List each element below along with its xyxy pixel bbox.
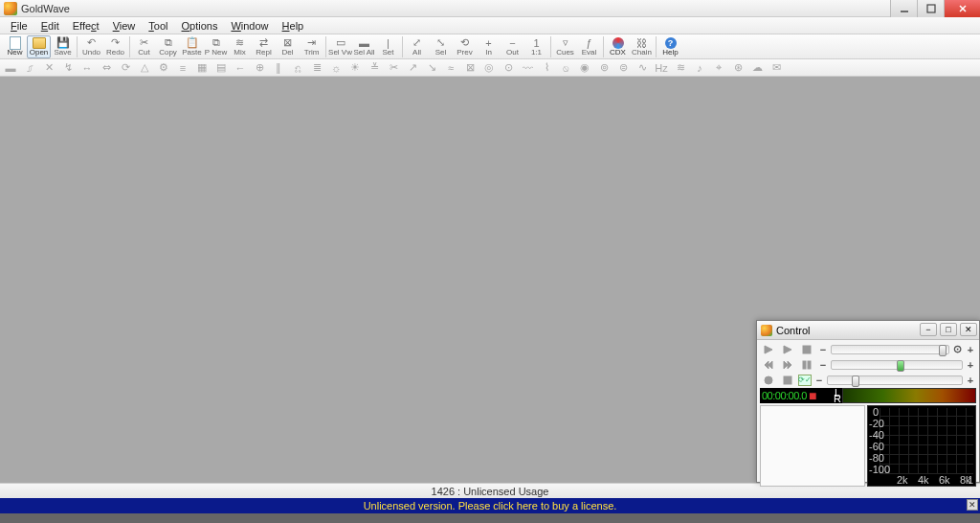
fx-pitch-icon[interactable]: ▤	[214, 61, 228, 75]
fx-shape-icon[interactable]: ◎	[482, 61, 496, 75]
record-stop-button[interactable]	[779, 374, 796, 387]
speed-slider[interactable]	[827, 375, 963, 385]
undo-button[interactable]: ↶Undo	[79, 35, 103, 58]
pnew-button[interactable]: ⧉P New	[204, 35, 228, 58]
close-button[interactable]	[944, 0, 980, 17]
fx-reverse-icon[interactable]: ‖	[272, 61, 285, 75]
paste-button[interactable]: 📋Paste	[180, 35, 204, 58]
selvw-button[interactable]: ▭Sel Vw	[328, 35, 352, 58]
set-button[interactable]: |Set	[376, 35, 400, 58]
fx-equalizer-icon[interactable]: 〰	[521, 61, 534, 75]
prev-button[interactable]: ⟲Prev	[453, 35, 477, 58]
fx-mechanize-icon[interactable]: ⚙	[157, 61, 170, 75]
del-button[interactable]: ⊠Del	[276, 35, 300, 58]
fx-fade-in-icon[interactable]: ↗	[406, 61, 419, 75]
fx-stereo-center-icon[interactable]: ⊛	[731, 61, 745, 75]
fx-maximize-icon[interactable]: ⊠	[463, 61, 477, 75]
loop-indicator[interactable]: ⟳✓	[798, 375, 812, 386]
cdx-button[interactable]: CDX	[606, 35, 630, 58]
pause-button[interactable]	[798, 358, 815, 372]
fx-mail-icon[interactable]: ✉	[769, 61, 783, 75]
fx-spectrum-icon[interactable]: Hz	[655, 61, 668, 75]
chain-button[interactable]: ⛓Chain	[630, 35, 654, 58]
fx-noise-icon[interactable]: ⍉	[559, 61, 572, 75]
fx-playback-icon[interactable]: ♪	[693, 61, 706, 75]
control-title-bar[interactable]: Control − □ ✕	[757, 321, 979, 340]
out-button[interactable]: −Out	[501, 35, 524, 58]
oscilloscope[interactable]	[760, 405, 865, 487]
sel-button[interactable]: ⤡Sel	[429, 35, 453, 58]
fx-smoother-icon[interactable]: ∿	[635, 61, 649, 75]
play-green-button[interactable]	[760, 343, 777, 356]
menu-effect[interactable]: Effect	[66, 20, 106, 32]
minimize-button[interactable]	[890, 0, 917, 17]
menu-edit[interactable]: Edit	[34, 20, 66, 32]
cues-button[interactable]: ▿Cues	[553, 35, 577, 58]
play-yellow-button[interactable]	[779, 343, 796, 356]
stop-button[interactable]	[798, 343, 815, 356]
fx-offset-icon[interactable]: ≡	[176, 61, 189, 75]
fx-voice-icon[interactable]: ☀	[348, 61, 362, 75]
fx-fade-out-icon[interactable]: ↘	[425, 61, 438, 75]
fx-dynamics-icon[interactable]: ↯	[61, 61, 75, 75]
fx-compress-icon[interactable]: ⎎	[23, 61, 36, 75]
control-close-button[interactable]: ✕	[960, 323, 977, 336]
copy-button[interactable]: ⧉Copy	[156, 35, 180, 58]
selall-button[interactable]: ▬Sel All	[352, 35, 376, 58]
new-button[interactable]: New	[3, 35, 27, 58]
open-button[interactable]: Open	[27, 35, 51, 58]
fx-invert-icon[interactable]: △	[138, 61, 151, 75]
menu-window[interactable]: Window	[224, 20, 275, 32]
rewind-button[interactable]	[760, 358, 777, 372]
save-button[interactable]: 💾Save	[51, 35, 75, 58]
fx-interpolate-icon[interactable]: ≋	[674, 61, 687, 75]
volume-slider[interactable]	[831, 345, 949, 354]
control-minimize-button[interactable]: −	[920, 323, 937, 336]
fx-resample-icon[interactable]: ⌖	[712, 61, 725, 75]
fx-censor-icon[interactable]: ▬	[4, 61, 17, 75]
menu-options[interactable]: Options	[175, 20, 225, 32]
in-button[interactable]: +In	[477, 35, 501, 58]
record-button[interactable]	[760, 374, 777, 387]
license-text[interactable]: Unlicensed version. Please click here to…	[364, 500, 617, 512]
fx-pop-icon[interactable]: ⊚	[597, 61, 611, 75]
control-window[interactable]: Control − □ ✕ − ⊙ + −	[756, 320, 980, 483]
forward-button[interactable]	[779, 358, 796, 372]
cut-button[interactable]: ✂Cut	[132, 35, 156, 58]
fx-reverb-icon[interactable]: ⊕	[253, 61, 266, 75]
fx-silence-icon[interactable]: ⎌	[291, 61, 304, 75]
help-button[interactable]: Help	[658, 35, 682, 58]
license-close-button[interactable]: ✕	[967, 499, 978, 511]
fx-expand-icon[interactable]: ⇔	[100, 61, 113, 75]
volume-target-icon[interactable]: ⊙	[951, 344, 963, 355]
fx-pan-icon[interactable]: ▦	[195, 61, 209, 75]
menu-help[interactable]: Help	[276, 20, 311, 32]
fx-voice-over-icon[interactable]: ☁	[750, 61, 764, 75]
fx-plugin-icon[interactable]: ←	[234, 61, 247, 75]
volume-minus-icon[interactable]: −	[817, 344, 829, 355]
fx-bandpass-icon[interactable]: ⊙	[501, 61, 515, 75]
menu-view[interactable]: View	[106, 20, 143, 32]
menu-tool[interactable]: Tool	[142, 20, 174, 32]
balance-plus-icon[interactable]: +	[965, 359, 976, 371]
all-button[interactable]: ⤢All	[405, 35, 429, 58]
fx-parametric-icon[interactable]: ◉	[578, 61, 591, 75]
one-button[interactable]: 11:1	[524, 35, 548, 58]
trim-button[interactable]: ⇥Trim	[300, 35, 323, 58]
fx-echo-icon[interactable]: ↔	[80, 61, 94, 75]
mix-button[interactable]: ≋Mix	[228, 35, 252, 58]
license-bar[interactable]: Unlicensed version. Please click here to…	[0, 498, 980, 513]
fx-match-icon[interactable]: ≈	[444, 61, 457, 75]
eval-button[interactable]: ƒEval	[577, 35, 601, 58]
volume-plus-icon[interactable]: +	[965, 344, 976, 355]
fx-autotrim-icon[interactable]: ✂	[387, 61, 400, 75]
fx-flanger-icon[interactable]: ⟳	[119, 61, 132, 75]
fx-lowpass-icon[interactable]: ⌇	[540, 61, 553, 75]
repl-button[interactable]: ⇄Repl	[252, 35, 276, 58]
speed-plus-icon[interactable]: +	[965, 375, 976, 386]
spectrum-analyzer[interactable]: 0 -20 -40 -60 -80 -100 2k 4k 6k 8k 1	[867, 405, 976, 487]
fx-stereo-icon[interactable]: ≣	[310, 61, 323, 75]
fx-volume-icon[interactable]: ≚	[368, 61, 381, 75]
redo-button[interactable]: ↷Redo	[103, 35, 127, 58]
control-maximize-button[interactable]: □	[940, 323, 957, 336]
